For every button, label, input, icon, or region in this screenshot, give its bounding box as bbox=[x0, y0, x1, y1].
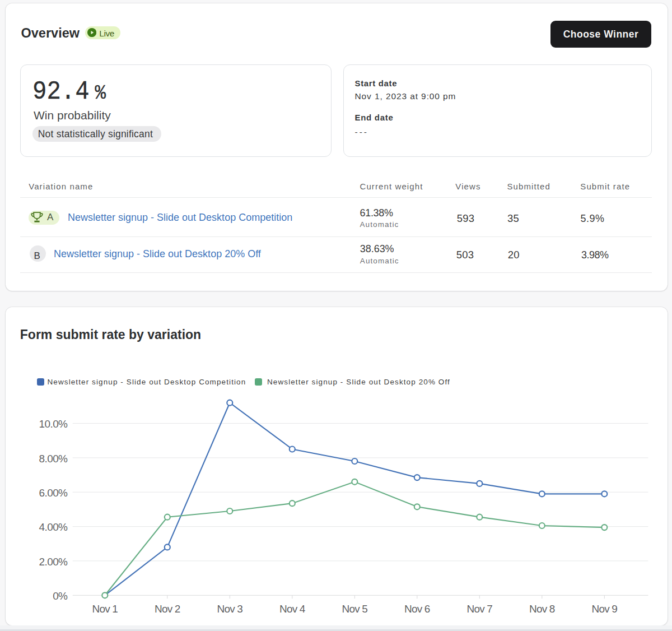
svg-text:10.0%: 10.0% bbox=[39, 418, 68, 430]
svg-text:Nov 8: Nov 8 bbox=[529, 603, 555, 615]
svg-text:8.00%: 8.00% bbox=[39, 453, 68, 465]
svg-text:0%: 0% bbox=[53, 590, 68, 602]
svg-text:Nov 9: Nov 9 bbox=[592, 603, 618, 615]
svg-text:Nov 6: Nov 6 bbox=[404, 603, 430, 615]
svg-text:6.00%: 6.00% bbox=[39, 487, 68, 499]
svg-text:Nov 2: Nov 2 bbox=[155, 603, 180, 615]
svg-text:4.00%: 4.00% bbox=[39, 521, 68, 533]
svg-text:Nov 1: Nov 1 bbox=[92, 603, 118, 615]
svg-text:Nov 4: Nov 4 bbox=[279, 603, 306, 615]
svg-text:Nov 3: Nov 3 bbox=[217, 603, 243, 615]
svg-text:2.00%: 2.00% bbox=[39, 556, 68, 568]
svg-text:Nov 7: Nov 7 bbox=[467, 603, 493, 615]
svg-text:Nov 5: Nov 5 bbox=[342, 603, 368, 615]
